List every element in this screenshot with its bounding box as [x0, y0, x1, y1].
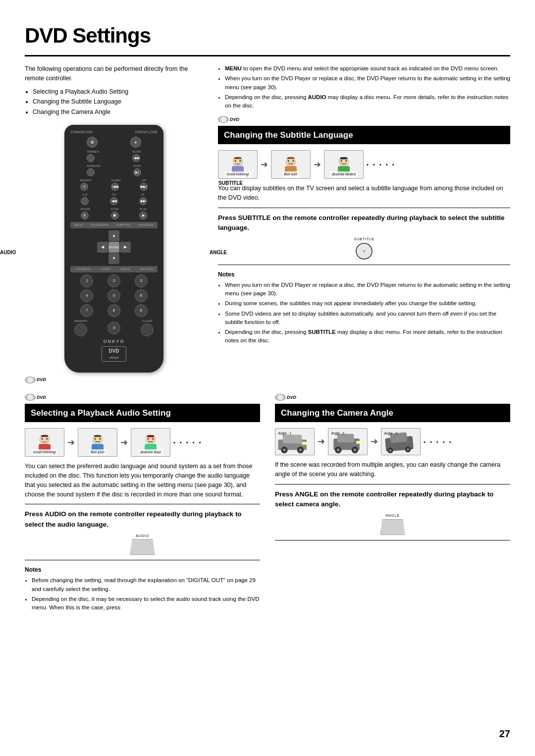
dpad-left[interactable]: ◀ — [97, 242, 108, 253]
btn-1[interactable]: 1 — [80, 274, 93, 287]
subtitle-illus-1: Good evening! — [218, 150, 258, 179]
subtitle-section-header: Changing the Subtitle Language — [218, 126, 510, 145]
audio-illus-1: Good morning! — [25, 428, 64, 457]
menu-row: MENUON SCREENSUBTITLEPROGRAM — [70, 222, 158, 228]
pause-btn[interactable]: ⏸ — [81, 212, 89, 219]
subtitle-note-1: When you turn on the DVD Player or repla… — [225, 281, 510, 298]
audio-section-header: Selecting a Playback Audio Setting — [25, 404, 260, 423]
audio-more-dots: • • • • • — [173, 438, 202, 447]
svg-point-13 — [345, 160, 347, 162]
subtitle-note-2: During some scenes, the subtitles may no… — [225, 299, 510, 308]
btn-9[interactable]: 9 — [135, 304, 148, 317]
svg-point-12 — [341, 160, 342, 162]
svg-rect-4 — [234, 158, 241, 159]
repeat-btn[interactable]: ↺ — [80, 183, 88, 191]
svg-point-18 — [46, 438, 48, 439]
audio-btn-label: AUDIO — [136, 534, 149, 539]
page-title: DVD Settings — [25, 20, 510, 51]
audio-caption-1: Good morning! — [32, 449, 57, 456]
angle-label: ANGLE — [210, 249, 227, 256]
subtitle-note-4: Depending on the disc, pressing SUBTITLE… — [225, 328, 510, 345]
svg-point-7 — [288, 160, 289, 162]
audio-illustrations: Good morning! ➜ Bon jour! ➜ — [25, 428, 260, 457]
svg-rect-14 — [340, 158, 347, 160]
angle-btn-label: ANGLE — [385, 513, 400, 519]
svg-point-8 — [292, 160, 294, 162]
btn-0[interactable]: 0 — [107, 322, 120, 334]
standby-btn[interactable]: ⏻ — [87, 137, 98, 148]
audio-note-2: Depending on the disc, it may be necessa… — [32, 595, 260, 612]
arrow-2: ➜ — [314, 158, 321, 171]
angle-more-dots: • • • • • — [424, 438, 452, 446]
angle-instruction: Press ANGLE on the remote controller rep… — [275, 489, 510, 510]
angle-illus-2: Angle : 2 — [328, 428, 368, 455]
step-btn[interactable]: ▶| — [133, 168, 141, 176]
btn-3[interactable]: 3 — [135, 274, 148, 287]
svg-rect-44 — [356, 441, 361, 444]
dpad-up[interactable]: ▲ — [108, 230, 119, 241]
svg-point-22 — [95, 438, 96, 439]
dvd-badge-subtitle: DVD — [218, 116, 239, 123]
subtitle-description: You can display subtitles on the TV scre… — [218, 184, 510, 203]
random-btn[interactable] — [87, 168, 95, 176]
audio-arrow-2: ➜ — [120, 436, 128, 449]
svg-rect-29 — [147, 435, 154, 437]
btn-5[interactable]: 5 — [107, 289, 120, 302]
audio-illus-3: ¡Buenos días! — [131, 428, 170, 457]
open-close-btn[interactable]: ▲ — [130, 137, 141, 148]
play-btn[interactable]: ▶ — [139, 212, 147, 219]
svg-rect-31 — [283, 434, 302, 443]
memory-btn[interactable] — [74, 324, 87, 336]
audio-caption-3: ¡Buenos días! — [138, 449, 162, 456]
audio-description: You can select the preferred audio langu… — [25, 462, 260, 499]
svg-rect-39 — [337, 433, 354, 442]
subtitle-btn-icon: ○ — [356, 243, 373, 260]
stop-btn[interactable]: ⏹ — [111, 212, 119, 219]
enter-btn[interactable]: ENTER — [108, 242, 119, 253]
dvd-badge-left: DVD — [25, 377, 46, 383]
svg-rect-19 — [41, 435, 48, 437]
btn-2[interactable]: 2 — [107, 274, 120, 287]
intro-bullets: Selecting a Playback Audio Setting Chang… — [33, 87, 203, 117]
dpad-down[interactable]: ▼ — [108, 253, 119, 264]
down-btn[interactable]: |◀◀ — [111, 183, 119, 191]
subtitle-caption-2: Bon soir! — [282, 171, 299, 178]
btn-6[interactable]: 6 — [135, 289, 148, 302]
right-note-1: MENU to open the DVD menu and select the… — [225, 64, 510, 73]
subtitle-note-3: Some DVD videos are set to display subti… — [225, 310, 510, 327]
subtitle-caption-3: ¡Buenas tardes! — [330, 171, 357, 178]
up-btn[interactable]: ▶▶| — [140, 183, 148, 191]
svg-point-43 — [354, 448, 357, 451]
angle-btn-illustration: ANGLE — [275, 513, 510, 535]
subtitle-illus-2: Bon soir! — [271, 150, 311, 179]
fr-btn[interactable]: ◀◀ — [110, 197, 118, 205]
btn-4[interactable]: 4 — [80, 289, 93, 302]
svg-point-28 — [152, 438, 154, 439]
dpad-right[interactable]: ▶ — [120, 242, 131, 253]
slow-btn[interactable]: ◀◀ — [132, 154, 140, 162]
remote-control: STANDBY/ON OPEN/CLOSE ⏻ ▲ DIMMER SLOW◀◀ … — [64, 125, 163, 373]
angle-illus-1: Angle : 1 — [275, 428, 315, 455]
ab-btn[interactable] — [81, 197, 89, 205]
subtitle-label: SUBTITLE — [218, 179, 243, 187]
ff-btn[interactable]: ▶▶ — [139, 197, 147, 205]
subtitle-illus-3: ¡Buenas tardes! — [324, 150, 364, 179]
subtitle-instruction: Press SUBTITLE on the remote controller … — [218, 213, 510, 233]
subtitle-btn-label: SUBTITLE — [354, 237, 374, 242]
subtitle-caption-1: Good evening! — [225, 171, 251, 178]
svg-rect-24 — [94, 435, 101, 437]
svg-point-3 — [239, 160, 241, 162]
clear-btn[interactable] — [141, 324, 154, 336]
btn-8[interactable]: 8 — [107, 304, 120, 317]
svg-text:Angle : 2: Angle : 2 — [331, 431, 344, 435]
dimmer-btn[interactable] — [87, 154, 95, 162]
brand-logo: ONKYO — [70, 338, 158, 345]
page-number: 27 — [499, 726, 510, 741]
svg-text:Angle : 1: Angle : 1 — [278, 431, 291, 435]
angle-arrow-2: ➜ — [371, 435, 378, 448]
audio-arrow-1: ➜ — [67, 436, 75, 449]
audio-btn-icon — [130, 539, 155, 555]
svg-point-2 — [235, 160, 236, 162]
svg-point-49 — [389, 449, 391, 452]
btn-7[interactable]: 7 — [80, 304, 93, 317]
